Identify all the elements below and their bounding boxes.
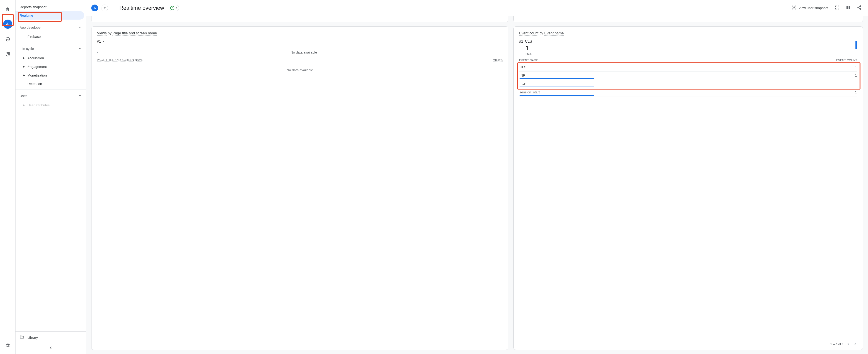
topbar: A + Realtime overview ✓ ▾ View user snap… <box>86 0 868 16</box>
sidebar-item-realtime[interactable]: Realtime <box>16 11 84 20</box>
sidebar-item-firebase[interactable]: Firebase <box>16 32 86 41</box>
event-count: 1 <box>855 73 857 77</box>
nodata-text: No data available <box>105 50 503 54</box>
check-circle-icon: ✓ <box>170 6 174 10</box>
card-title[interactable]: Views by Page title and screen name <box>97 31 503 35</box>
caret-right-icon: ▸ <box>23 65 25 69</box>
svg-rect-0 <box>6 24 7 26</box>
card-stub <box>514 16 863 22</box>
prev-page-button[interactable] <box>846 342 850 347</box>
event-name: LCP <box>520 82 526 86</box>
bar <box>520 78 857 79</box>
table-row[interactable]: CLS1 <box>519 63 857 72</box>
event-count-by-name-card: Event count by Event name #1 CLS 1 25% <box>514 27 863 350</box>
table-row[interactable]: INP1 <box>519 72 857 80</box>
top-rank-row: #1 - <box>97 39 503 43</box>
svg-rect-9 <box>848 6 848 9</box>
svg-rect-1 <box>7 23 8 26</box>
chevron-down-icon: ▾ <box>176 6 177 9</box>
nodata-dash: - <box>97 50 98 54</box>
share-icon[interactable] <box>855 4 863 12</box>
sidebar-group-app-developer[interactable]: App developer <box>16 23 86 32</box>
sidebar-item-reports-snapshot[interactable]: Reports snapshot <box>16 3 84 11</box>
chevron-up-icon <box>78 25 82 30</box>
views-by-page-card: Views by Page title and screen name #1 -… <box>91 27 508 350</box>
event-name: INP <box>520 73 525 77</box>
caret-right-icon: ▸ <box>23 73 25 77</box>
percentage: 25% <box>526 52 857 56</box>
event-name: session_start <box>520 90 540 94</box>
sidebar-item-user-attributes[interactable]: ▸ User attributes <box>16 101 86 109</box>
chevron-up-icon <box>78 46 82 51</box>
sidebar-item-retention[interactable]: Retention <box>16 79 86 88</box>
page-title: Realtime overview <box>119 5 164 11</box>
user-snapshot-icon <box>792 5 797 11</box>
folder-icon <box>20 335 24 340</box>
view-user-snapshot-button[interactable]: View user snapshot <box>790 4 830 12</box>
sidebar-item-engagement[interactable]: ▸ Engagement <box>16 62 86 71</box>
sidebar-group-user[interactable]: User <box>16 91 86 101</box>
segment-chip-all-users[interactable]: A <box>91 5 98 11</box>
explore-icon[interactable] <box>3 35 12 44</box>
divider <box>114 4 114 12</box>
event-count: 1 <box>855 90 857 94</box>
nodata-body: No data available <box>287 68 313 72</box>
next-page-button[interactable] <box>853 342 857 347</box>
report-nav-sidebar: Reports snapshot Realtime App developer … <box>16 0 86 354</box>
sidebar-group-label: User <box>20 94 27 98</box>
table-row[interactable]: session_start1 <box>519 88 857 97</box>
sidebar-item-monetization[interactable]: ▸ Monetization <box>16 71 86 79</box>
event-count: 1 <box>855 82 857 86</box>
reports-icon[interactable] <box>3 20 12 29</box>
bar <box>520 95 857 96</box>
caret-right-icon: ▸ <box>23 103 25 107</box>
spark-bar <box>856 41 857 49</box>
compare-icon[interactable] <box>844 4 852 12</box>
collapse-sidebar-button[interactable] <box>16 343 86 354</box>
nav-rail <box>0 0 16 354</box>
table-header: EVENT NAME EVENT COUNT <box>519 59 857 63</box>
svg-point-5 <box>7 53 8 55</box>
svg-rect-7 <box>846 6 848 9</box>
event-count: 1 <box>855 65 857 69</box>
top-rank-row: #1 CLS <box>519 39 857 43</box>
event-name: CLS <box>520 65 526 69</box>
card-stub <box>91 16 508 22</box>
main-content: A + Realtime overview ✓ ▾ View user snap… <box>86 0 868 354</box>
fullscreen-icon[interactable] <box>833 4 841 12</box>
svg-rect-2 <box>8 24 9 26</box>
event-rows: CLS1INP1LCP1session_start1 <box>519 63 857 97</box>
svg-point-12 <box>860 8 861 9</box>
sidebar-group-life-cycle[interactable]: Life cycle <box>16 44 86 54</box>
svg-point-10 <box>860 5 861 7</box>
caret-right-icon: ▸ <box>23 56 25 60</box>
settings-icon[interactable] <box>3 341 12 350</box>
sidebar-group-label: App developer <box>20 26 42 29</box>
home-icon[interactable] <box>3 5 12 14</box>
bar <box>520 70 857 70</box>
sparkline <box>809 41 857 49</box>
pager: 1 – 4 of 4 <box>519 340 857 347</box>
sidebar-item-acquisition[interactable]: ▸ Acquisition <box>16 54 86 62</box>
sidebar-item-library[interactable]: Library <box>16 331 86 343</box>
bar <box>520 86 857 87</box>
advertising-icon[interactable] <box>3 50 12 59</box>
add-comparison-button[interactable]: + <box>101 5 108 11</box>
svg-rect-8 <box>848 6 850 9</box>
status-dropdown[interactable]: ✓ ▾ <box>168 5 179 11</box>
table-header: PAGE TITLE AND SCREEN NAME VIEWS <box>97 58 503 63</box>
svg-point-6 <box>794 7 795 7</box>
big-value: 1 <box>526 44 857 52</box>
card-title[interactable]: Event count by Event name <box>519 31 857 35</box>
chevron-up-icon <box>78 94 82 98</box>
sidebar-group-label: Life cycle <box>20 47 34 50</box>
table-row[interactable]: LCP1 <box>519 80 857 88</box>
